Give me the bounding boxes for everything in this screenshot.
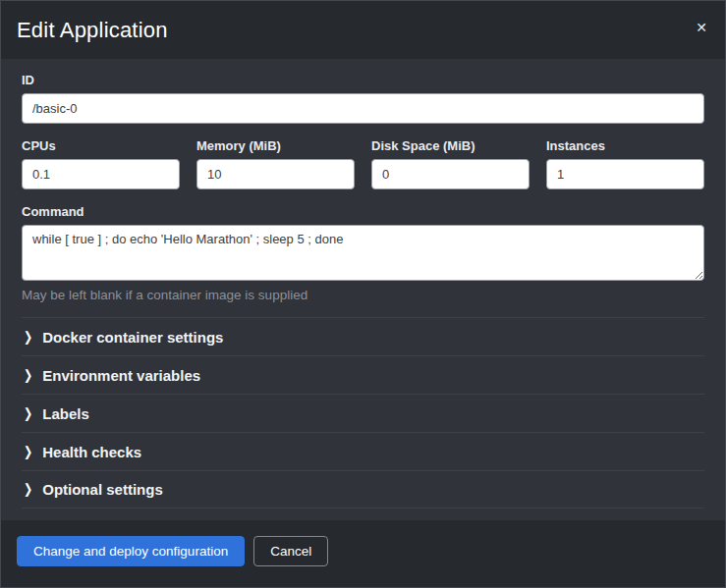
close-icon[interactable]: ✕: [692, 17, 711, 38]
section-label: Docker container settings: [42, 329, 223, 346]
disk-space-label: Disk Space (MiB): [371, 138, 530, 153]
id-field: ID: [22, 73, 704, 124]
disk-space-field: Disk Space (MiB): [371, 138, 530, 189]
section-label: Health checks: [42, 444, 141, 460]
section-environment-variables[interactable]: ❯ Environment variables: [22, 355, 704, 394]
modal-body: ID CPUs Memory (MiB) Disk Space (MiB) In…: [1, 59, 725, 520]
id-input[interactable]: [22, 93, 704, 124]
memory-field: Memory (MiB): [196, 138, 355, 189]
chevron-right-icon: ❯: [24, 367, 32, 383]
section-label: Environment variables: [42, 367, 200, 384]
chevron-right-icon: ❯: [24, 405, 32, 421]
resources-row: CPUs Memory (MiB) Disk Space (MiB) Insta…: [22, 138, 704, 189]
cpus-input[interactable]: [22, 159, 180, 189]
command-label: Command: [22, 204, 704, 219]
chevron-right-icon: ❯: [24, 481, 32, 497]
instances-input[interactable]: [546, 159, 704, 189]
memory-input[interactable]: [196, 159, 355, 189]
command-field: Command while [ true ] ; do echo 'Hello …: [22, 204, 704, 302]
change-and-deploy-button[interactable]: Change and deploy configuration: [17, 536, 245, 566]
command-help-text: May be left blank if a container image i…: [22, 288, 704, 302]
section-label: Labels: [42, 405, 89, 422]
section-labels[interactable]: ❯ Labels: [22, 394, 704, 432]
modal-title: Edit Application: [17, 18, 705, 43]
instances-field: Instances: [546, 138, 704, 189]
section-label: Optional settings: [42, 481, 163, 498]
memory-label: Memory (MiB): [196, 138, 355, 153]
chevron-right-icon: ❯: [24, 329, 32, 345]
section-docker-container-settings[interactable]: ❯ Docker container settings: [22, 317, 704, 355]
cancel-button[interactable]: Cancel: [253, 536, 328, 566]
edit-application-modal: Edit Application ✕ ID CPUs Memory (MiB) …: [0, 0, 726, 588]
instances-label: Instances: [546, 138, 704, 153]
collapsible-sections: ❯ Docker container settings ❯ Environmen…: [22, 317, 704, 508]
chevron-right-icon: ❯: [24, 444, 32, 459]
command-input[interactable]: while [ true ] ; do echo 'Hello Marathon…: [22, 225, 704, 281]
modal-footer: Change and deploy configuration Cancel: [1, 520, 725, 587]
cpus-field: CPUs: [22, 138, 180, 189]
id-label: ID: [22, 73, 704, 87]
modal-header: Edit Application ✕: [1, 1, 725, 59]
cpus-label: CPUs: [22, 138, 180, 153]
section-optional-settings[interactable]: ❯ Optional settings: [22, 470, 704, 508]
disk-space-input[interactable]: [371, 159, 530, 189]
section-health-checks[interactable]: ❯ Health checks: [22, 432, 704, 470]
